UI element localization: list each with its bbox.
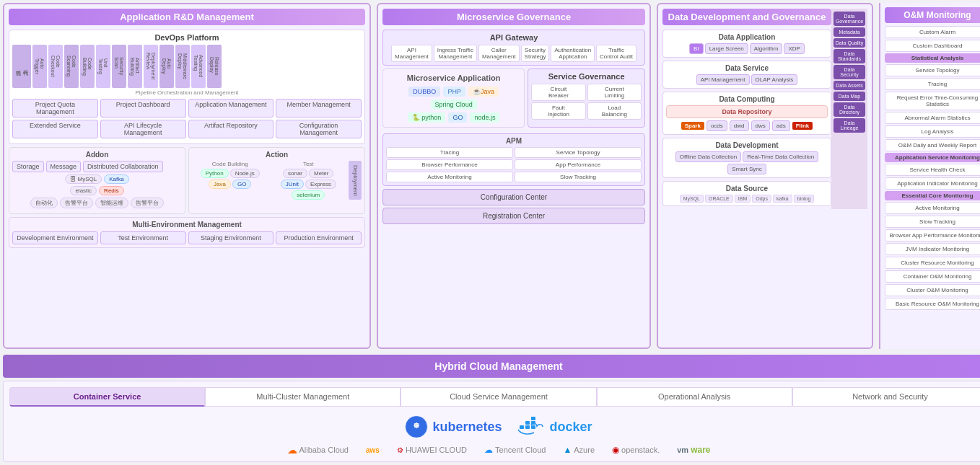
odps-ds: Odps	[752, 195, 771, 203]
oam-slow-tracking: Slow Tracking	[885, 216, 980, 228]
php-logo: PHP	[443, 87, 465, 97]
pipe-step: DeploymentReview	[144, 45, 158, 88]
env-prod: Production Environment	[276, 231, 362, 244]
oam-indicator: Application Indicator Monitoring	[885, 177, 980, 190]
addon-storage: Storage	[12, 161, 44, 172]
kafka-logo: Kafka	[104, 174, 128, 184]
tab-multi-cluster[interactable]: Multi-Cluster Management	[205, 387, 401, 407]
oam-cluster-resource: Cluster Resource Monitoring	[885, 257, 980, 269]
tab-operational-analysis[interactable]: Operational Analysis	[597, 387, 792, 407]
azure-text: Azure	[574, 446, 595, 454]
fault-injection: FaultInjection	[531, 102, 585, 120]
mysql-logo: 🗄 MySQL	[65, 174, 102, 184]
kubernetes-icon: ⎈	[405, 415, 428, 438]
kubernetes-text: kubernetes	[432, 420, 502, 435]
data-lineage-panel: Data Lineage	[834, 118, 865, 133]
micro-app-title: Microservice Application	[388, 74, 520, 82]
bottom-section: Container Service Multi-Cluster Manageme…	[3, 381, 980, 462]
dws-item: dws	[751, 120, 770, 131]
addon-title: Addon	[12, 151, 182, 159]
binlog-ds: binlog	[794, 195, 815, 203]
large-screen-item: Large Screen	[705, 43, 748, 54]
oam-jvm: JVM Indicator Monitoring	[885, 243, 980, 255]
tab-cloud-service[interactable]: Cloud Service Management	[401, 387, 596, 407]
oam-health-check: Service Health Check	[885, 164, 980, 176]
action-box: Action Code Building Python Node.js Java	[188, 147, 365, 214]
mgmt-item: Project Dashboard	[100, 99, 186, 118]
aws-provider: aws	[366, 446, 380, 454]
svg-rect-3	[525, 425, 530, 429]
oam-app-monitoring: Application Service Monitoring	[885, 153, 980, 162]
hybrid-bar: Hybrid Cloud Management	[3, 355, 980, 378]
oam-cluster-oam: Cluster O&M Monitoring	[885, 284, 980, 296]
service-gov-box: Service Governance CircuitBreaker Curren…	[528, 68, 645, 128]
action-title: Action	[192, 151, 362, 159]
tab-container-service[interactable]: Container Service	[9, 387, 205, 407]
openstack-text: openstack.	[621, 446, 660, 454]
service-gov-title: Service Governance	[531, 72, 642, 81]
col-apprd: Application R&D Management DevOps Platfo…	[3, 3, 371, 349]
current-limiting: CurrentLimiting	[587, 84, 642, 101]
tab-network-security[interactable]: Network and Security	[792, 387, 980, 407]
data-computing-box: Data Computing Data Repository Spark ocd…	[662, 92, 831, 135]
auth-app: AuthenticationApplication	[551, 45, 595, 62]
api-items: APIManagement Ingress TrafficManagement …	[386, 45, 642, 62]
junit-logo: JUnit	[281, 180, 304, 189]
xdp-item: XDP	[784, 43, 804, 54]
go-logo: GO	[232, 180, 251, 189]
pipe-step: CodeCheckout	[48, 45, 63, 88]
col-micro: Microservice Governance API Gateway APIM…	[377, 3, 651, 349]
data-service-items: API Management OLAP Analysis	[666, 74, 828, 85]
data-repo-box: Data Repository	[666, 105, 828, 118]
meter-logo: Meter	[309, 169, 333, 178]
java-logo: ☕Java	[468, 87, 499, 97]
apm-title: APM	[386, 137, 642, 145]
pipeline-row: 代码托管 AutoTrigger CodeCheckout CodeScanni…	[12, 45, 362, 88]
azure-provider: ▲ Azure	[563, 445, 595, 455]
kafka-ds: kafka	[773, 195, 792, 203]
sonar-logo: sonar	[283, 169, 307, 178]
mgmt-item: Artifact Repository	[188, 120, 274, 138]
mgmt-item: API Lifecycle Management	[100, 120, 186, 138]
addon-logos3: 自动化 告警平台 智能运维 告警平台	[12, 198, 182, 208]
browser-perf: Browser Performance	[386, 159, 513, 170]
selenium-logo: selenium	[292, 190, 325, 200]
data-assets-panel: Data Assets	[834, 81, 865, 90]
python-logo2: 🐍 python	[408, 112, 446, 123]
data-quality-panel: Data Quality	[834, 38, 865, 48]
smart-sync: Smart Sync	[727, 164, 766, 174]
huawei-text: HUAWEI CLOUD	[406, 446, 467, 454]
svg-rect-2	[520, 425, 524, 429]
python-logo: Python	[201, 169, 229, 178]
oam-custom-alarm: Custom Alarm	[885, 26, 980, 38]
docker-text: docker	[550, 420, 592, 435]
oam-container: Container O&M Monitoring	[885, 270, 980, 283]
caller-mgmt: CallerManagement	[478, 45, 520, 62]
oam-basic-resource: Basic Resource O&M Monitoring	[885, 298, 980, 310]
pipe-step: CodeBuilding	[80, 45, 95, 88]
mgmt-item: Extended Service	[12, 120, 98, 138]
oam-custom-dashboard: Custom Dashboard	[885, 40, 980, 52]
apm-grid: Tracing Service Topology Browser Perform…	[386, 147, 642, 182]
deployment-vertical-label: Deployment	[352, 165, 359, 196]
data-source-box: Data Source MySQL ORACLE IBM Odps kafka …	[662, 181, 831, 206]
ops-logo: 智能运维	[95, 198, 128, 208]
data-service-title: Data Service	[666, 64, 828, 72]
cloud-providers: ☁ Alibaba Cloud aws ⚙ HUAWEI CLOUD ☁ Ten…	[9, 444, 980, 456]
alarm2-logo: 告警平台	[131, 198, 164, 208]
metadata-panel: Metadata	[834, 27, 865, 37]
dubbo-logo: DUBBO	[408, 87, 440, 97]
oam-active: Active Monitoring	[885, 202, 980, 214]
addon-items: Storage Message Distributed Collaboratio…	[12, 161, 182, 172]
mgmt-item: Configuration Management	[276, 120, 362, 138]
mgmt-item: Member Management	[276, 99, 362, 118]
spark-logo: Spark	[681, 122, 704, 130]
load-balancing: LoadBalancing	[587, 102, 642, 120]
multi-env-title: Multi-Environment Management	[12, 221, 362, 229]
traffic-audit: TrafficControl Audit	[596, 45, 636, 62]
api-mgmt-data: API Management	[696, 74, 750, 85]
docker-icon	[517, 415, 546, 438]
data-map-panel: Data Map	[834, 92, 865, 101]
col-data: Data Development and Governance Data App…	[657, 3, 873, 349]
data-dev-items: Offline Data Collection Real-Time Data C…	[666, 151, 828, 174]
